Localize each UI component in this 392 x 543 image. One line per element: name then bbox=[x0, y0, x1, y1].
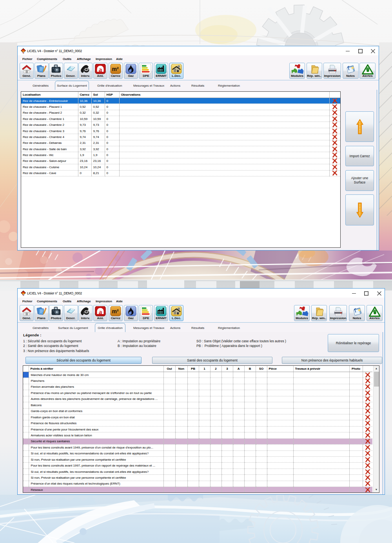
svg-text:m²: m² bbox=[112, 308, 118, 314]
svg-text:a: a bbox=[99, 66, 102, 73]
svg-text:a: a bbox=[99, 308, 102, 316]
svg-text:m²: m² bbox=[112, 66, 118, 72]
